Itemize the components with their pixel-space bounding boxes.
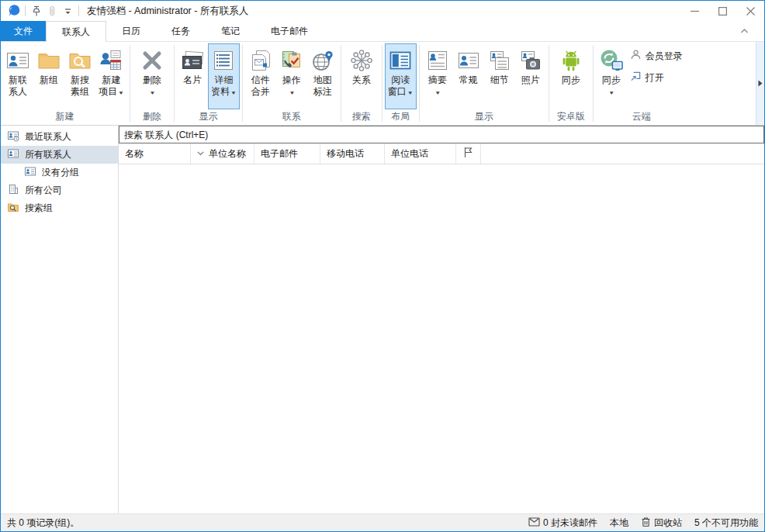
ribbon-scroll-right[interactable] xyxy=(756,42,764,125)
unavailable-features-status[interactable]: 5 个不可用功能 xyxy=(694,516,758,530)
new-group-button[interactable]: 新组 xyxy=(33,43,64,109)
dropdown-arrow-icon: ▼ xyxy=(434,88,441,98)
detail-view-icon xyxy=(211,46,236,74)
maximize-button[interactable] xyxy=(708,1,736,21)
new-search-group-button[interactable]: 新搜素组 xyxy=(64,43,95,109)
tab-notes[interactable]: 笔记 xyxy=(206,21,255,41)
chevron-down-icon xyxy=(197,151,204,156)
close-button[interactable] xyxy=(736,1,764,21)
trash-icon xyxy=(641,516,651,530)
tab-tasks[interactable]: 任务 xyxy=(156,21,206,41)
ribbon-group-new: 新联系人 新组 新搜素组 xyxy=(1,42,129,125)
statusbar: 共 0 项记录(组)。 0 封未读邮件 本地 回收站 5 个不可用功能 xyxy=(1,513,764,531)
detail-view-button[interactable]: 详细资料▼ xyxy=(208,43,240,109)
ribbon-group-label: 布局 xyxy=(383,109,418,125)
ribbon-group-label: 显示 xyxy=(175,109,241,125)
recycle-bin-status[interactable]: 回收站 xyxy=(641,516,682,530)
sidebar-item-all-contacts[interactable]: 所有联系人 xyxy=(1,146,118,164)
sidebar-item-no-group[interactable]: 没有分组 xyxy=(1,164,118,181)
details-button[interactable]: 细节 xyxy=(484,43,515,109)
cloud-small-buttons: 会员登录 打开 xyxy=(627,43,687,109)
relations-button[interactable]: 关系 xyxy=(344,43,379,109)
tab-contacts[interactable]: 联系人 xyxy=(46,21,106,42)
tab-calendar[interactable]: 日历 xyxy=(106,21,156,41)
new-item-button[interactable]: 新建项目▼ xyxy=(95,43,127,109)
all-contacts-icon xyxy=(7,147,19,162)
ribbon: 新联系人 新组 新搜素组 xyxy=(1,42,764,126)
titlebar-separator xyxy=(25,5,26,16)
member-login-button[interactable]: 会员登录 xyxy=(630,49,683,63)
flag-icon xyxy=(464,147,472,161)
local-status[interactable]: 本地 xyxy=(610,516,628,530)
main-area: 最近联系人 所有联系人 没有分组 所有公司 xyxy=(1,126,764,513)
dropdown-arrow-icon: ▼ xyxy=(608,88,614,98)
recent-contacts-icon xyxy=(7,130,19,144)
map-pin-icon xyxy=(310,46,335,74)
mail-merge-button[interactable]: 信件合并 xyxy=(245,43,276,109)
new-contact-icon xyxy=(5,46,30,74)
details-card-icon xyxy=(487,46,512,74)
ribbon-group-label: 云端 xyxy=(594,109,689,125)
contact-list-empty-area[interactable] xyxy=(119,164,764,513)
titlebar-separator xyxy=(78,5,79,16)
business-card-icon xyxy=(180,46,205,74)
ribbon-separator xyxy=(341,45,341,122)
new-search-group-icon xyxy=(68,46,92,74)
delete-button[interactable]: 删除▼ xyxy=(133,43,171,109)
new-contact-button[interactable]: 新联系人 xyxy=(2,43,33,109)
ribbon-group-search: 关系 搜索 xyxy=(342,42,381,125)
ribbon-tabs: 文件 联系人 日历 任务 笔记 电子邮件 xyxy=(1,21,764,42)
companies-icon xyxy=(7,183,19,198)
reading-pane-icon xyxy=(388,46,413,74)
ribbon-separator xyxy=(419,45,420,122)
column-header-name[interactable]: 名称 xyxy=(119,143,191,164)
mail-merge-icon xyxy=(248,46,273,74)
column-header-mobile-phone[interactable]: 移动电话 xyxy=(320,143,385,164)
business-card-button[interactable]: 名片 xyxy=(177,43,208,109)
sidebar-item-recent-contacts[interactable]: 最近联系人 xyxy=(1,128,118,146)
quick-access-dropdown-icon[interactable] xyxy=(60,3,75,19)
list-header-row: 名称 单位名称 电子邮件 移动电话 单位电话 xyxy=(119,143,764,164)
map-annotate-button[interactable]: 地图标注 xyxy=(307,43,338,109)
actions-icon xyxy=(279,46,304,74)
cloud-sync-icon xyxy=(599,46,624,74)
actions-button[interactable]: 操作▼ xyxy=(276,43,307,109)
sidebar-item-search-groups[interactable]: 搜索组 xyxy=(1,199,118,217)
dropdown-arrow-icon: ▼ xyxy=(118,88,124,98)
column-header-company-phone[interactable]: 单位电话 xyxy=(385,143,456,164)
sidebar-item-all-companies[interactable]: 所有公司 xyxy=(1,181,118,199)
tab-email[interactable]: 电子邮件 xyxy=(255,21,324,41)
dropdown-arrow-icon: ▼ xyxy=(230,88,237,98)
minimize-button[interactable] xyxy=(680,1,708,21)
column-header-flag[interactable] xyxy=(456,143,481,164)
search-input[interactable] xyxy=(119,126,764,143)
summary-icon xyxy=(425,46,450,74)
cloud-sync-button[interactable]: 同步▼ xyxy=(596,43,627,109)
ribbon-group-contact: 信件合并 操作▼ 地图标注 联系 xyxy=(244,42,340,125)
android-icon xyxy=(559,46,583,74)
collapse-ribbon-icon[interactable] xyxy=(740,21,749,41)
new-item-icon xyxy=(99,46,123,74)
ribbon-separator xyxy=(549,45,549,122)
open-window-icon xyxy=(630,71,642,85)
window-title: 友情强档 - Administrator - 所有联系人 xyxy=(87,5,248,18)
pin-icon[interactable] xyxy=(29,3,44,19)
ribbon-separator xyxy=(382,45,382,122)
ribbon-group-show-card: 名片 详细资料▼ 显示 xyxy=(175,42,241,125)
column-header-email[interactable]: 电子邮件 xyxy=(254,143,320,164)
unread-mail-status[interactable]: 0 封未读邮件 xyxy=(528,516,597,530)
dropdown-arrow-icon: ▼ xyxy=(407,88,414,98)
column-header-company-name[interactable]: 单位名称 xyxy=(191,143,254,164)
ribbon-separator xyxy=(242,45,243,122)
photo-button[interactable]: 照片 xyxy=(515,43,546,109)
clip-icon[interactable] xyxy=(44,3,60,19)
general-button[interactable]: 常规 xyxy=(453,43,484,109)
ribbon-group-label: 安卓版 xyxy=(550,109,592,125)
reading-pane-button[interactable]: 阅读窗口▼ xyxy=(385,43,417,109)
tab-file[interactable]: 文件 xyxy=(1,21,46,41)
summary-button[interactable]: 摘要▼ xyxy=(422,43,453,109)
record-count-text: 共 0 项记录(组)。 xyxy=(7,516,79,530)
open-button[interactable]: 打开 xyxy=(630,71,683,85)
ribbon-separator xyxy=(130,45,130,122)
android-sync-button[interactable]: 同步 xyxy=(552,43,590,109)
